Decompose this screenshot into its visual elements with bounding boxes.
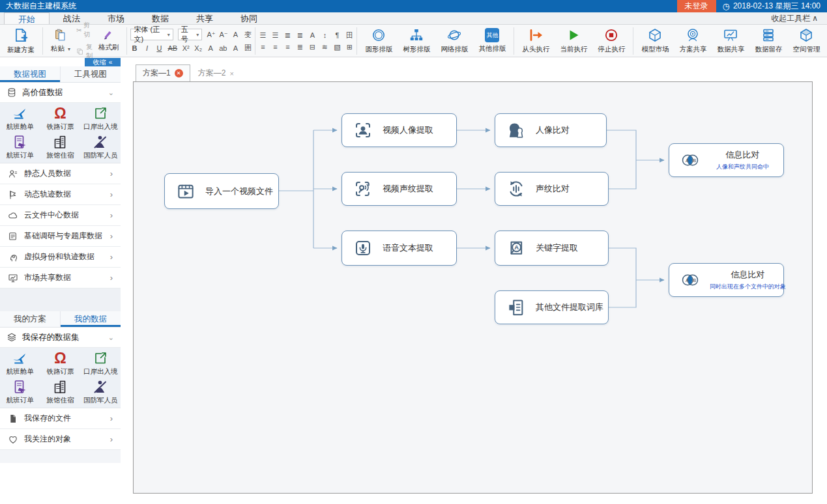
font-tool-2[interactable]: A <box>231 31 239 38</box>
format-tool-1[interactable]: I <box>143 44 151 52</box>
share-disc-button[interactable]: 方案共享 <box>675 27 711 55</box>
login-status-badge[interactable]: 未登录 <box>677 0 716 12</box>
paragraph-tool-1-3[interactable]: ≣ <box>296 43 304 51</box>
format-tool-9[interactable]: 囲 <box>244 43 252 53</box>
paragraph-tool-1-4[interactable]: ⊟ <box>308 43 316 51</box>
share-board-button[interactable]: 数据共享 <box>712 27 749 55</box>
tab-close-button[interactable]: ✕ <box>175 69 183 77</box>
format-tool-3[interactable]: AB <box>167 44 177 52</box>
paragraph-tool-0-1[interactable]: ☰ <box>271 31 279 40</box>
format-tool-6[interactable]: A <box>207 44 214 52</box>
format-tool-2[interactable]: U <box>155 44 163 52</box>
paragraph-tool-1-7[interactable]: ⊞ <box>345 43 353 51</box>
cut-button[interactable]: ✂剪切 <box>76 21 93 39</box>
dataset-border-entry-exit[interactable]: 口岸出入境 <box>83 105 118 132</box>
sidebar-view-tab-0[interactable]: 数据视图 <box>0 66 61 82</box>
my-item-heart[interactable]: 我关注的对象› <box>0 429 121 450</box>
dataset-airplane[interactable]: 航班舱单 <box>7 350 34 376</box>
flow-node-voice-extract[interactable]: 视频声纹提取 <box>341 172 457 206</box>
font-family-select[interactable]: 宋体 (正文)▾ <box>130 29 173 40</box>
format-tool-4[interactable]: X² <box>182 44 190 52</box>
tab-close-button[interactable]: × <box>229 70 233 77</box>
canvas-tab-1[interactable]: 方案—2× <box>192 65 240 81</box>
category-person[interactable]: 静态人员数据› <box>0 163 121 184</box>
space-cube-button[interactable]: 空间管理 <box>788 27 824 55</box>
model-cube-button[interactable]: 模型市场 <box>637 27 673 55</box>
format-tool-8[interactable]: A <box>231 44 239 52</box>
chevron-right-icon: › <box>110 210 113 220</box>
circle-layout-button[interactable]: 圆形排版 <box>360 27 397 55</box>
my-item-file[interactable]: 我保存的文件› <box>0 408 121 429</box>
format-tool-0[interactable]: B <box>130 44 138 52</box>
font-tool-1[interactable]: A⁻ <box>219 31 227 39</box>
flow-node-face-compare[interactable]: 人像比对 <box>495 113 607 147</box>
paragraph-tool-0-6[interactable]: ¶ <box>333 31 341 39</box>
paragraph-tool-0-7[interactable]: 田 <box>345 31 353 40</box>
category-virtual-identity[interactable]: 虚拟身份和轨迹数据› <box>0 247 121 268</box>
ribbon-tab-4[interactable]: 共享 <box>182 12 227 24</box>
paragraph-tool-0-2[interactable]: ≣ <box>283 31 291 40</box>
run-current-button[interactable]: 当前执行 <box>555 27 592 55</box>
category-cloud[interactable]: 云文件中心数据› <box>0 205 121 226</box>
paragraph-tool-0-4[interactable]: A <box>308 31 316 39</box>
chevron-right-icon: › <box>110 231 113 241</box>
dataset-airplane[interactable]: 航班舱单 <box>7 105 34 132</box>
dataset-railway[interactable]: Ω铁路订票 <box>46 105 74 132</box>
section-saved-datasets[interactable]: 我保存的数据集 ⌄ <box>0 328 121 348</box>
sidebar-view-tab-1[interactable]: 工具视图 <box>61 66 121 82</box>
category-doc-research[interactable]: 基础调研与专题库数据› <box>0 226 121 247</box>
category-market-monitor[interactable]: 市场共享数据› <box>0 268 121 288</box>
paragraph-tool-1-2[interactable]: ≡ <box>283 43 291 51</box>
paragraph-tool-1-1[interactable]: ≡ <box>271 43 279 51</box>
ribbon-tab-3[interactable]: 数据 <box>138 12 182 24</box>
dataset-flight-order[interactable]: 航班订单 <box>7 134 34 160</box>
stop-exec-button[interactable]: 停止执行 <box>593 27 630 55</box>
dataset-flight-order[interactable]: 航班订单 <box>7 379 34 405</box>
flow-canvas[interactable]: 导入一个视频文件视频人像提取人像比对视频声纹提取声纹比对语音文本提取A关键字提取… <box>133 81 813 494</box>
sidebar-my-tab-1[interactable]: 我的数据 <box>61 311 121 327</box>
tree-layout-button[interactable]: 树形排版 <box>398 27 435 55</box>
ribbon-tab-5[interactable]: 协同 <box>227 12 271 24</box>
dataset-soldier[interactable]: 国防军人员 <box>83 134 118 160</box>
paragraph-tool-1-0[interactable]: ≡ <box>259 43 267 51</box>
canvas-tab-0[interactable]: 方案—1✕ <box>136 64 190 81</box>
dataset-soldier[interactable]: 国防军人员 <box>83 379 118 405</box>
paragraph-tool-1-5[interactable]: ≋ <box>321 43 328 51</box>
flow-node-voice-compare[interactable]: 声纹比对 <box>495 172 609 206</box>
network-layout-button[interactable]: 网络排版 <box>436 27 472 55</box>
flow-node-import[interactable]: 导入一个视频文件 <box>164 173 279 209</box>
ribbon-tab-0[interactable]: 开始 <box>4 12 50 24</box>
dataset-hotel[interactable]: 旅馆住宿 <box>46 134 74 160</box>
font-tool-3[interactable]: 变 <box>244 30 252 40</box>
ribbon-tab-2[interactable]: 市场 <box>94 12 138 24</box>
paragraph-tool-0-0[interactable]: ☰ <box>259 31 267 40</box>
other-layout-button[interactable]: 其他其他排版 <box>474 27 510 54</box>
font-size-select[interactable]: 五号▾ <box>178 29 203 40</box>
person-icon <box>8 169 18 179</box>
format-tool-5[interactable]: X₂ <box>194 44 202 52</box>
format-tool-7[interactable]: ab <box>219 44 227 52</box>
font-tool-0[interactable]: A⁺ <box>207 31 214 39</box>
flow-node-keyword[interactable]: A关键字提取 <box>495 231 609 266</box>
sidebar-my-tab-0[interactable]: 我的方案 <box>0 311 61 327</box>
paragraph-tool-1-6[interactable]: ▧ <box>333 43 341 51</box>
dataset-hotel[interactable]: 旅馆住宿 <box>46 379 74 405</box>
flow-node-speech-text[interactable]: 语音文本提取 <box>341 231 457 266</box>
collapse-toolbar-button[interactable]: 收起工具栏 ∧ <box>771 12 818 24</box>
server-stack-button[interactable]: 数据留存 <box>750 27 787 55</box>
flow-node-info-compare-2[interactable]: AB信息比对同时出现在多个文件中的对象 <box>669 263 784 297</box>
dataset-railway[interactable]: Ω铁路订票 <box>46 350 74 376</box>
dataset-border-entry-exit[interactable]: 口岸出入境 <box>83 350 118 376</box>
paste-button[interactable]: 粘贴 ▾ <box>46 27 75 54</box>
paragraph-tool-0-3[interactable]: ≣ <box>296 31 304 40</box>
paragraph-tool-0-5[interactable]: ↕ <box>321 31 328 39</box>
category-flag[interactable]: 动态轨迹数据› <box>0 184 121 205</box>
run-from-start-button[interactable]: 从头执行 <box>517 27 554 55</box>
flow-node-other-files[interactable]: 其他文件提取词库 <box>495 290 609 324</box>
new-plan-button[interactable]: 新建方案 <box>3 26 39 55</box>
format-painter-button[interactable]: 格式刷 <box>94 29 124 53</box>
sidebar-collapse-button[interactable]: 收缩 « <box>85 58 121 66</box>
section-high-value-data[interactable]: 高价值数据 ⌄ <box>0 83 121 103</box>
flow-node-face-extract[interactable]: 视频人像提取 <box>341 113 457 147</box>
flow-node-info-compare-1[interactable]: AB信息比对人像和声纹共同命中 <box>669 143 784 177</box>
